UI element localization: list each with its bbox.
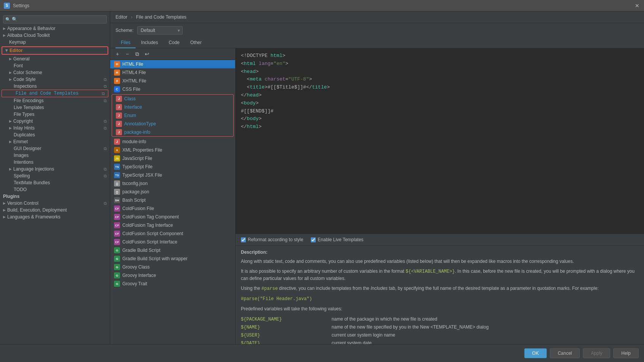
scheme-bar: Scheme: Default Project ▼ bbox=[110, 23, 644, 38]
sidebar-item-guidesigner[interactable]: GUI Designer ⧉ bbox=[0, 145, 110, 152]
file-item-css[interactable]: C CSS File bbox=[110, 85, 235, 93]
file-item-package-json[interactable]: {} package.json bbox=[110, 188, 235, 196]
file-item-gradle[interactable]: G Gradle Build Script bbox=[110, 246, 235, 255]
sidebar-item-textmatebundles[interactable]: TextMate Bundles bbox=[0, 179, 110, 186]
sidebar-item-alibaba[interactable]: ▶ Alibaba Cloud Toolkit bbox=[0, 32, 110, 39]
live-templates-checkbox[interactable] bbox=[311, 237, 316, 242]
code-editor[interactable]: <!DOCTYPE html> <html lang="en"> <head> … bbox=[236, 48, 644, 234]
file-icon-cf4: CF bbox=[114, 231, 120, 237]
sidebar-item-inlayhints[interactable]: ▶ Inlay Hints ⧉ bbox=[0, 125, 110, 131]
file-item-annotationtype[interactable]: J AnnotationType bbox=[112, 120, 233, 128]
sidebar-item-fileencodings[interactable]: File Encodings ⧉ bbox=[0, 97, 110, 104]
file-item-html4[interactable]: H HTML4 File bbox=[110, 68, 235, 77]
tab-code[interactable]: Code bbox=[163, 38, 185, 48]
sidebar-item-todo[interactable]: TODO bbox=[0, 186, 110, 193]
file-item-cf-tag-component[interactable]: CF ColdFusion Tag Component bbox=[110, 213, 235, 221]
sidebar-item-plugins[interactable]: Plugins bbox=[0, 193, 110, 200]
file-item-cf-script-interface[interactable]: CF ColdFusion Script Interface bbox=[110, 238, 235, 246]
file-item-groovy-trait[interactable]: G Groovy Trait bbox=[110, 280, 235, 288]
file-item-groovy-interface[interactable]: G Groovy Interface bbox=[110, 271, 235, 280]
sidebar-item-spelling[interactable]: Spelling ⧉ bbox=[0, 172, 110, 179]
window-title: Settings bbox=[13, 3, 29, 8]
sidebar-item-duplicates[interactable]: Duplicates bbox=[0, 131, 110, 138]
file-icon-css: C bbox=[114, 86, 120, 92]
sidebar-item-general[interactable]: ▶ General bbox=[0, 55, 110, 62]
file-item-class[interactable]: J Class bbox=[112, 95, 233, 103]
description-area: Description: Along with static text, cod… bbox=[236, 245, 644, 344]
expand-icon: ▶ bbox=[3, 201, 6, 205]
file-item-enum[interactable]: J Enum bbox=[112, 111, 233, 120]
file-item-bash[interactable]: SH Bash Script bbox=[110, 196, 235, 204]
file-item-xhtml[interactable]: X XHTML File bbox=[110, 77, 235, 85]
help-button[interactable]: Help bbox=[613, 348, 639, 358]
file-icon-xml: X bbox=[114, 147, 120, 153]
file-list-panel: + − ⧉ ↩ H HTML File H HTML4 File bbox=[110, 48, 236, 344]
tab-files[interactable]: Files bbox=[116, 38, 136, 48]
main-panel: Editor › File and Code Templates Scheme:… bbox=[110, 11, 644, 344]
scheme-dropdown[interactable]: Default Project bbox=[137, 26, 183, 35]
file-icon-tsx: TS bbox=[114, 172, 120, 178]
apply-button[interactable]: Apply bbox=[583, 348, 610, 358]
code-line-5: <title>#[[$Title$]]#</title> bbox=[241, 84, 639, 92]
file-item-groovy-class[interactable]: G Groovy Class bbox=[110, 263, 235, 271]
file-item-typescript-jsx[interactable]: TS TypeScript JSX File bbox=[110, 171, 235, 179]
sidebar-item-inspections[interactable]: Inspections ⧉ bbox=[0, 83, 110, 90]
file-item-xml-properties[interactable]: X XML Properties File bbox=[110, 146, 235, 154]
remove-button[interactable]: − bbox=[123, 50, 131, 58]
sidebar-item-codestyle[interactable]: ▶ Code Style ⧉ bbox=[0, 76, 110, 83]
file-item-cf-tag-interface[interactable]: CF ColdFusion Tag Interface bbox=[110, 221, 235, 229]
sidebar-item-versioncontrol[interactable]: ▶ Version Control ⧉ bbox=[0, 200, 110, 207]
tab-bar: Files Includes Code Other bbox=[110, 38, 644, 48]
file-item-html[interactable]: H HTML File bbox=[110, 60, 235, 68]
file-icon-xhtml: X bbox=[114, 78, 120, 84]
add-button[interactable]: + bbox=[113, 50, 122, 58]
sidebar-item-images[interactable]: Images bbox=[0, 152, 110, 159]
sidebar-item-languageinjections[interactable]: ▶ Language Injections ⧉ bbox=[0, 166, 110, 172]
file-item-tsconfig[interactable]: {} tsconfig.json bbox=[110, 179, 235, 188]
expand-icon: ▶ bbox=[3, 33, 6, 37]
file-item-javascript[interactable]: JS JavaScript File bbox=[110, 154, 235, 163]
live-templates-checkbox-label[interactable]: Enable Live Templates bbox=[311, 237, 364, 242]
breadcrumb-sep: › bbox=[131, 14, 133, 20]
sidebar-item-copyright[interactable]: ▶ Copyright ⧉ bbox=[0, 118, 110, 125]
file-item-interface[interactable]: J Interface bbox=[112, 103, 233, 111]
sidebar-item-colorscheme[interactable]: ▶ Color Scheme bbox=[0, 69, 110, 76]
file-icon-gradle2: G bbox=[114, 256, 120, 262]
sidebar-item-emmet[interactable]: ▶ Emmet bbox=[0, 138, 110, 145]
file-item-cf-script-component[interactable]: CF ColdFusion Script Component bbox=[110, 229, 235, 238]
sidebar-item-appearance[interactable]: ▶ Appearance & Behavior bbox=[0, 25, 110, 32]
sidebar-item-intentions[interactable]: Intentions bbox=[0, 159, 110, 166]
code-panel: <!DOCTYPE html> <html lang="en"> <head> … bbox=[236, 48, 644, 344]
close-button[interactable]: ✕ bbox=[634, 3, 640, 9]
table-row: ${USER} current user system login name bbox=[241, 331, 639, 339]
file-item-typescript[interactable]: TS TypeScript File bbox=[110, 163, 235, 171]
sidebar-item-fileandcode[interactable]: File and Code Templates ⧉ bbox=[2, 90, 108, 97]
file-icon-js: JS bbox=[114, 155, 120, 161]
sidebar-item-font[interactable]: Font bbox=[0, 62, 110, 69]
file-icon-html: H bbox=[114, 61, 120, 67]
copy-button[interactable]: ⧉ bbox=[133, 50, 141, 58]
tab-other[interactable]: Other bbox=[185, 38, 207, 48]
sidebar-item-languages[interactable]: ▶ Languages & Frameworks bbox=[0, 213, 110, 220]
sidebar-item-filetypes[interactable]: File Types bbox=[0, 111, 110, 118]
file-icon-cf: CF bbox=[114, 206, 120, 212]
file-item-coldfusion[interactable]: CF ColdFusion File bbox=[110, 204, 235, 213]
file-item-module-info[interactable]: J module-info bbox=[110, 138, 235, 146]
settings-window: S Settings ✕ 🔍 ▶ Appearance & Behavior ▶… bbox=[0, 0, 644, 362]
cancel-button[interactable]: Cancel bbox=[550, 348, 580, 358]
reformat-checkbox[interactable] bbox=[241, 237, 246, 242]
sidebar-item-keymap[interactable]: Keymap bbox=[0, 39, 110, 46]
table-row: ${PACKAGE_NAME} name of the package in w… bbox=[241, 315, 639, 323]
tab-includes[interactable]: Includes bbox=[136, 38, 163, 48]
file-item-package-info[interactable]: J package-info bbox=[112, 128, 233, 136]
sidebar-item-editor[interactable]: ▶ Editor bbox=[2, 47, 108, 54]
file-icon-java-module: J bbox=[114, 139, 120, 145]
reset-button[interactable]: ↩ bbox=[143, 50, 151, 58]
file-list-toolbar: + − ⧉ ↩ bbox=[110, 48, 235, 60]
search-input[interactable] bbox=[3, 15, 107, 24]
sidebar-item-build[interactable]: ▶ Build, Execution, Deployment bbox=[0, 207, 110, 213]
ok-button[interactable]: OK bbox=[524, 348, 547, 358]
reformat-checkbox-label[interactable]: Reformat according to style bbox=[241, 237, 303, 242]
file-item-gradle-wrapper[interactable]: G Gradle Build Script with wrapper bbox=[110, 255, 235, 263]
sidebar-item-livetemplates[interactable]: Live Templates bbox=[0, 104, 110, 111]
